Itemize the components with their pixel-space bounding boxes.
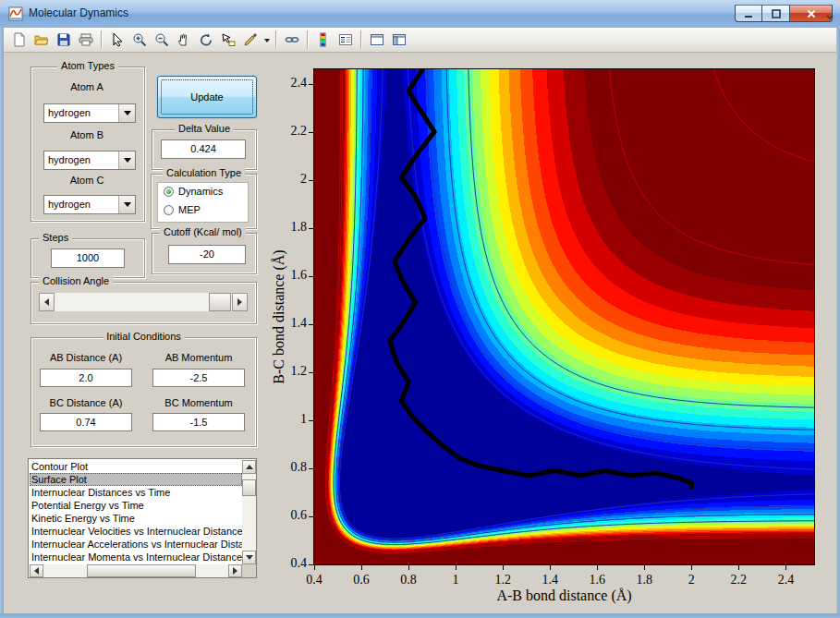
show-plot-tools-button[interactable] bbox=[389, 30, 409, 50]
brush-dropdown-button[interactable] bbox=[262, 30, 272, 50]
matlab-figure-icon bbox=[8, 6, 23, 21]
insert-colorbar-button[interactable] bbox=[313, 30, 334, 50]
list-item[interactable]: Internuclear Velocities vs Internuclear … bbox=[30, 525, 242, 538]
radio-mep[interactable]: MEP bbox=[164, 204, 201, 215]
delta-value-field[interactable]: 0.424 bbox=[161, 139, 246, 159]
y-axis-label: B-C bond distance (Å) bbox=[271, 249, 287, 383]
list-item[interactable]: Potential Energy vs Time bbox=[30, 499, 242, 512]
atom-b-select[interactable]: hydrogen bbox=[43, 151, 136, 170]
insert-colorbar-icon bbox=[316, 32, 331, 47]
tick-mark bbox=[309, 420, 313, 421]
tick-label: 0.6 bbox=[279, 508, 307, 523]
toolbar-overflow-icon[interactable] bbox=[826, 7, 834, 24]
zoom-out-icon bbox=[154, 32, 169, 47]
close-icon bbox=[806, 8, 817, 19]
data-cursor-button[interactable] bbox=[218, 30, 238, 50]
scroll-left-button[interactable] bbox=[30, 564, 43, 577]
edit-plot-button[interactable] bbox=[107, 30, 128, 50]
listbox-items: Contour PlotSurface PlotInternuclear Dis… bbox=[30, 460, 242, 564]
rotate-3d-button[interactable] bbox=[196, 30, 216, 50]
collision-angle-slider[interactable] bbox=[39, 293, 248, 311]
tick-label: 2 bbox=[279, 172, 307, 187]
contour-plot-canvas[interactable] bbox=[313, 68, 815, 565]
save-figure-icon bbox=[56, 32, 71, 47]
zoom-in-button[interactable] bbox=[129, 30, 150, 50]
tick-mark bbox=[309, 228, 313, 229]
radio-selected-icon bbox=[164, 187, 174, 197]
toolbar-separator bbox=[101, 30, 103, 49]
print-figure-icon bbox=[79, 32, 93, 47]
list-item[interactable]: Internuclear Accelerations vs Internucle… bbox=[30, 538, 242, 551]
tick-label: 1.2 bbox=[494, 573, 511, 588]
steps-field[interactable]: 1000 bbox=[51, 248, 125, 268]
tick-label: 0.8 bbox=[400, 573, 417, 588]
chevron-down-icon bbox=[264, 39, 270, 45]
window-border-bottom bbox=[0, 613, 840, 618]
vscroll-thumb[interactable] bbox=[242, 479, 256, 496]
window-border-right bbox=[836, 28, 840, 618]
zoom-in-icon bbox=[132, 32, 147, 47]
edit-plot-icon bbox=[110, 32, 125, 47]
open-file-button[interactable] bbox=[31, 30, 52, 50]
atom-c-select[interactable]: hydrogen bbox=[43, 195, 136, 214]
maximize-icon bbox=[771, 8, 782, 19]
tick-mark bbox=[691, 565, 692, 570]
list-item[interactable]: Contour Plot bbox=[30, 460, 242, 473]
tick-label: 0.6 bbox=[353, 573, 370, 588]
ab-distance-field[interactable]: 2.0 bbox=[40, 369, 132, 387]
radio-dynamics[interactable]: Dynamics bbox=[164, 186, 223, 197]
scroll-right-button[interactable] bbox=[228, 564, 242, 577]
list-item[interactable]: Internuclear Momenta vs Internuclear Dis… bbox=[30, 551, 242, 563]
list-item[interactable]: Kinetic Energy vs Time bbox=[30, 512, 242, 525]
tick-label: 2.4 bbox=[778, 573, 795, 588]
delta-value-title: Delta Value bbox=[175, 123, 234, 134]
tick-label: 1 bbox=[279, 412, 307, 427]
hide-plot-tools-button[interactable] bbox=[367, 30, 387, 50]
bc-momentum-field[interactable]: -1.5 bbox=[152, 413, 245, 431]
bc-distance-field[interactable]: 0.74 bbox=[40, 413, 132, 431]
insert-legend-button[interactable] bbox=[335, 30, 356, 50]
listbox-hscrollbar[interactable] bbox=[30, 564, 242, 577]
collision-angle-title: Collision Angle bbox=[39, 275, 113, 286]
list-item[interactable]: Internuclear Distances vs Time bbox=[30, 486, 242, 499]
atom-a-select[interactable]: hydrogen bbox=[43, 103, 136, 123]
print-figure-button[interactable] bbox=[76, 30, 96, 50]
arrow-left-icon bbox=[30, 567, 39, 575]
ab-momentum-field[interactable]: -2.5 bbox=[152, 369, 245, 387]
slider-left-button[interactable] bbox=[39, 293, 55, 311]
x-axis-label: A-B bond distance (Å) bbox=[314, 588, 814, 604]
window-border-left bbox=[0, 28, 4, 618]
slider-thumb[interactable] bbox=[209, 293, 231, 311]
slider-right-button[interactable] bbox=[232, 293, 248, 311]
hide-plot-tools-icon bbox=[370, 32, 384, 47]
cutoff-title: Cutoff (Kcal/ mol) bbox=[160, 226, 246, 237]
cutoff-field[interactable]: -20 bbox=[168, 245, 246, 264]
save-figure-button[interactable] bbox=[54, 30, 74, 50]
arrow-right-icon bbox=[233, 567, 241, 575]
brush-data-button[interactable] bbox=[240, 30, 261, 50]
minimize-button[interactable] bbox=[735, 5, 762, 22]
pan-button[interactable] bbox=[174, 30, 194, 50]
rotate-3d-icon bbox=[199, 32, 213, 47]
new-figure-button[interactable] bbox=[9, 30, 30, 50]
hscroll-thumb[interactable] bbox=[87, 564, 196, 577]
tick-mark bbox=[597, 565, 598, 570]
app-window: Molecular Dynamics Atom Types Atom A hyd… bbox=[0, 0, 840, 618]
listbox-vscrollbar[interactable] bbox=[242, 460, 256, 564]
window-title: Molecular Dynamics bbox=[29, 0, 128, 27]
zoom-out-button[interactable] bbox=[152, 30, 172, 50]
scroll-down-button[interactable] bbox=[242, 551, 256, 564]
plot-type-listbox: Contour PlotSurface PlotInternuclear Dis… bbox=[28, 458, 257, 578]
calculation-type-title: Calculation Type bbox=[163, 167, 245, 178]
tick-mark bbox=[361, 565, 362, 570]
tick-mark bbox=[314, 565, 315, 570]
tick-label: 1 bbox=[453, 573, 459, 588]
update-button[interactable]: Update bbox=[157, 76, 257, 118]
tick-label: 2.2 bbox=[731, 573, 748, 588]
arrow-up-icon bbox=[246, 461, 253, 469]
link-plots-button[interactable] bbox=[282, 30, 302, 50]
list-item[interactable]: Surface Plot bbox=[30, 473, 242, 486]
scroll-up-button[interactable] bbox=[242, 460, 256, 474]
maximize-button[interactable] bbox=[762, 5, 790, 22]
tick-mark bbox=[309, 84, 313, 85]
